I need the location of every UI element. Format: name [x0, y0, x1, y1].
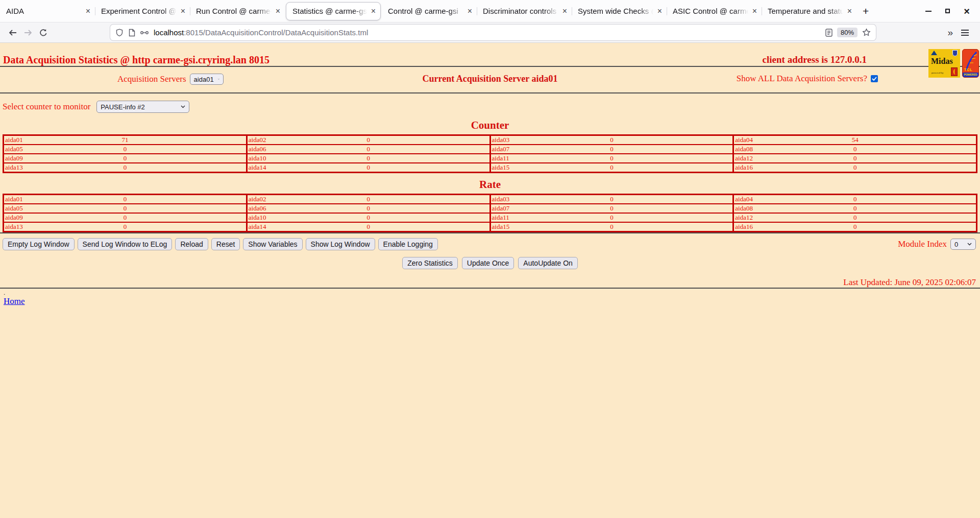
acquisition-server-select[interactable]: aida01	[190, 74, 224, 85]
reload-button[interactable]: Reload	[175, 238, 208, 250]
show-variables-button[interactable]: Show Variables	[243, 238, 302, 250]
browser-toolbar: localhost:8015/DataAcquisitionControl/Da…	[0, 22, 980, 43]
page-header: Data Acquisition Statistics @ http carme…	[0, 43, 980, 66]
window-close-button[interactable]: ×	[964, 6, 970, 16]
stat-cell: aida060	[246, 145, 489, 153]
reload-button[interactable]	[36, 29, 51, 37]
browser-tab-bar: AIDA×Experiment Control @ ca×Run Control…	[0, 0, 980, 22]
autoupdate-on-button[interactable]: AutoUpdate On	[518, 257, 578, 269]
url-text[interactable]: localhost:8015/DataAcquisitionControl/Da…	[154, 28, 821, 37]
zero-statistics-button[interactable]: Zero Statistics	[402, 257, 458, 269]
zoom-level-badge[interactable]: 80%	[837, 28, 857, 37]
counter-monitor-select[interactable]: PAUSE-info #2	[96, 101, 189, 113]
browser-tab[interactable]: AIDA×	[0, 0, 95, 22]
server-label: aida15	[492, 223, 510, 231]
stat-value: 0	[491, 136, 733, 144]
stat-value: 0	[4, 214, 246, 222]
stat-cell: aida160	[732, 163, 976, 172]
chevron-down-icon	[967, 243, 972, 246]
back-button[interactable]	[5, 29, 20, 37]
tab-close-icon[interactable]: ×	[369, 7, 378, 15]
update-once-button[interactable]: Update Once	[462, 257, 514, 269]
browser-tab[interactable]: System wide Checks @ c×	[572, 0, 667, 22]
url-bar[interactable]: localhost:8015/DataAcquisitionControl/Da…	[110, 25, 876, 40]
browser-tab[interactable]: Run Control @ carme-gs×	[190, 0, 285, 22]
stat-cell: aida030	[489, 136, 733, 144]
window-controls: ×	[925, 6, 970, 16]
tab-close-icon[interactable]: ×	[845, 7, 854, 15]
stat-value: 0	[491, 223, 733, 231]
browser-tab[interactable]: Control @ carme-gsi×	[382, 0, 477, 22]
midas-logo-text: Midas	[931, 57, 953, 66]
enable-logging-button[interactable]: Enable Logging	[378, 238, 438, 250]
tab-close-icon[interactable]: ×	[750, 7, 760, 15]
stat-value: 0	[734, 154, 976, 162]
acquisition-servers-label: Acquisition Servers	[117, 74, 186, 84]
permissions-icon[interactable]	[140, 29, 149, 37]
stat-value: 0	[734, 204, 976, 213]
tab-close-icon[interactable]: ×	[178, 7, 188, 15]
update-buttons-row: Zero StatisticsUpdate OnceAutoUpdate On	[0, 257, 980, 269]
stat-value: 0	[248, 223, 489, 231]
browser-tab[interactable]: Experiment Control @ ca×	[95, 0, 190, 22]
counter-monitor-value: PAUSE-info #2	[101, 103, 144, 111]
browser-tab[interactable]: Temperature and status s×	[762, 0, 856, 22]
server-label: aida01	[5, 195, 23, 203]
dot-text: .	[4, 290, 980, 295]
browser-tab[interactable]: Discriminator controls @×	[477, 0, 572, 22]
stat-value: 0	[491, 195, 733, 203]
tab-close-icon[interactable]: ×	[560, 7, 570, 15]
browser-tab[interactable]: ASIC Control @ carme-g×	[667, 0, 762, 22]
server-label: aida08	[735, 204, 753, 213]
module-index-select[interactable]: 0	[950, 239, 976, 250]
stat-cell: aida0171	[4, 136, 246, 144]
tab-close-icon[interactable]: ×	[655, 7, 665, 15]
tab-title: Experiment Control @ ca	[101, 7, 178, 15]
empty-log-window-button[interactable]: Empty Log Window	[3, 238, 75, 250]
module-index-group: Module Index 0	[898, 239, 976, 250]
show-all-label: Show ALL Data Acquisition Servers?	[737, 74, 867, 84]
tab-title: Discriminator controls @	[483, 7, 560, 15]
check-icon	[872, 77, 877, 81]
server-label: aida05	[5, 145, 23, 153]
show-all-checkbox[interactable]	[871, 75, 878, 82]
overflow-menu-icon[interactable]: »	[943, 27, 957, 38]
stat-row: aida050aida060aida070aida080	[4, 144, 976, 153]
stat-cell: aida060	[246, 204, 489, 213]
stat-cell: aida080	[732, 204, 976, 213]
new-tab-button[interactable]: +	[856, 5, 875, 17]
server-label: aida12	[735, 214, 753, 222]
server-label: aida09	[5, 154, 23, 162]
reader-view-icon[interactable]	[825, 29, 832, 37]
bookmark-star-icon[interactable]	[862, 28, 871, 37]
stat-value: 0	[248, 154, 489, 162]
current-acquisition-server-text: Current Acquisition Server aida01	[423, 74, 558, 84]
window-maximize-button[interactable]	[945, 9, 950, 13]
current-server-group: Current Acquisition Server aida01	[423, 74, 558, 84]
stat-value: 0	[734, 163, 976, 172]
home-link[interactable]: Home	[4, 296, 25, 307]
tab-title: System wide Checks @ c	[578, 7, 655, 15]
acquisition-server-value: aida01	[194, 76, 214, 83]
window-minimize-button[interactable]	[925, 11, 932, 12]
forward-button[interactable]	[20, 29, 36, 37]
tab-close-icon[interactable]: ×	[273, 7, 283, 15]
stat-value: 0	[734, 214, 976, 222]
tab-close-icon[interactable]: ×	[83, 7, 93, 15]
server-label: aida15	[492, 163, 510, 172]
hamburger-menu-icon[interactable]	[961, 30, 969, 36]
reset-button[interactable]: Reset	[211, 238, 240, 250]
browser-tab[interactable]: Statistics @ carme-gsi×	[286, 2, 381, 20]
page-info-icon[interactable]	[128, 29, 135, 37]
send-log-window-to-elog-button[interactable]: Send Log Window to ELog	[78, 238, 173, 250]
stat-cell: aida120	[732, 154, 976, 162]
show-log-window-button[interactable]: Show Log Window	[306, 238, 375, 250]
shield-icon[interactable]	[115, 29, 124, 37]
tab-close-icon[interactable]: ×	[465, 7, 475, 15]
stat-value: 0	[491, 145, 733, 153]
stat-cell: aida050	[4, 204, 246, 213]
acquisition-servers-group: Acquisition Servers aida01	[117, 74, 224, 85]
stat-value: 0	[4, 145, 246, 153]
server-label: aida01	[5, 136, 23, 144]
url-host: localhost	[154, 28, 184, 37]
